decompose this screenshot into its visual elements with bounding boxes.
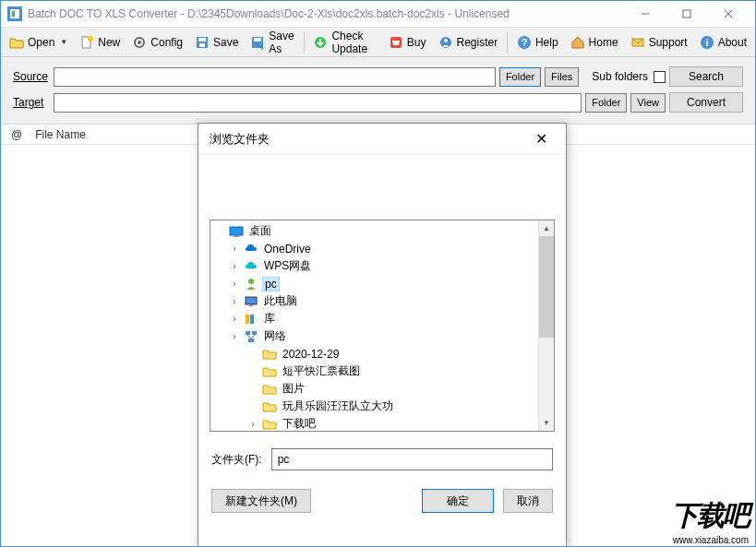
expand-icon[interactable]: ›: [229, 261, 240, 271]
update-icon: [313, 35, 328, 50]
svg-rect-25: [230, 227, 243, 235]
tree-row-wps[interactable]: › WPS网盘: [210, 257, 538, 275]
support-icon: [630, 35, 645, 50]
expand-icon[interactable]: ›: [229, 279, 240, 289]
source-folder-button[interactable]: Folder: [499, 67, 541, 87]
expand-icon[interactable]: ›: [229, 314, 240, 324]
saveas-icon: [250, 35, 265, 50]
support-button[interactable]: Support: [625, 30, 693, 54]
about-button[interactable]: i About: [694, 30, 752, 54]
folder-field-input[interactable]: [271, 448, 553, 470]
svg-rect-33: [252, 331, 257, 335]
svg-rect-31: [250, 315, 254, 324]
svg-rect-26: [234, 235, 239, 237]
target-folder-button[interactable]: Folder: [585, 93, 627, 113]
info-icon: i: [700, 35, 714, 50]
tree-row-folder[interactable]: 短平快汇票截图: [210, 363, 538, 380]
monitor-icon: [244, 294, 258, 309]
tree-row-desktop[interactable]: 桌面: [210, 222, 538, 240]
tree-row-folder[interactable]: 玩具乐园汪汪队立大功: [210, 398, 538, 415]
cancel-button[interactable]: 取消: [503, 489, 553, 513]
register-button[interactable]: Register: [433, 30, 504, 54]
tree-row-folder[interactable]: 图片: [210, 380, 538, 398]
buy-button[interactable]: Buy: [383, 30, 432, 54]
config-button[interactable]: Config: [126, 30, 188, 54]
dialog-close-button[interactable]: ✕: [527, 130, 555, 148]
expand-icon[interactable]: ›: [229, 331, 240, 341]
desktop-icon: [229, 224, 244, 239]
ok-button[interactable]: 确定: [422, 489, 494, 513]
register-icon: [438, 35, 453, 50]
checkupdate-button[interactable]: Check Update: [307, 30, 381, 54]
folder-open-icon: [9, 35, 24, 50]
svg-rect-13: [199, 43, 205, 47]
expand-icon[interactable]: ›: [229, 296, 240, 306]
tree-row-folder[interactable]: › 下载吧: [210, 415, 538, 431]
home-icon: [570, 35, 585, 50]
svg-rect-32: [246, 331, 250, 335]
save-icon: [195, 35, 210, 50]
tree-row-folder[interactable]: 2020-12-29: [210, 345, 538, 363]
home-button[interactable]: Home: [565, 30, 624, 54]
svg-rect-29: [249, 304, 253, 306]
column-filename: File Name: [35, 128, 86, 141]
source-files-button[interactable]: Files: [545, 67, 579, 87]
folder-icon: [262, 399, 277, 414]
scroll-down-icon[interactable]: ▼: [539, 415, 554, 431]
cart-icon: [389, 35, 403, 50]
svg-line-36: [251, 335, 255, 339]
cloud-icon: [244, 242, 258, 256]
user-icon: [244, 277, 258, 291]
network-icon: [244, 329, 258, 344]
source-input[interactable]: [54, 67, 496, 87]
libraries-icon: [244, 312, 258, 327]
tree-row-thispc[interactable]: › 此电脑: [210, 292, 538, 310]
scrollbar-thumb[interactable]: [539, 236, 554, 338]
new-icon: [79, 35, 94, 50]
maximize-button[interactable]: [666, 1, 707, 27]
svg-rect-4: [683, 10, 690, 18]
target-label: Target: [13, 96, 50, 109]
expand-icon[interactable]: ›: [247, 419, 258, 429]
folder-tree: 桌面 › OneDrive › WPS网盘 › pc › 此电脑: [210, 220, 555, 432]
search-button[interactable]: Search: [669, 66, 743, 87]
subfolders-label: Sub folders: [592, 70, 666, 83]
tree-row-onedrive[interactable]: › OneDrive: [210, 240, 538, 257]
tree-row-network[interactable]: › 网络: [210, 327, 538, 345]
folder-icon: [262, 417, 277, 432]
scroll-up-icon[interactable]: ▲: [539, 220, 554, 236]
svg-point-27: [248, 279, 254, 284]
tree-row-pc-user[interactable]: › pc: [210, 275, 538, 292]
svg-point-19: [444, 39, 448, 42]
folder-icon: [262, 347, 277, 362]
folder-icon: [262, 382, 277, 397]
target-view-button[interactable]: View: [630, 93, 666, 113]
window-title: Batch DOC TO XLS Converter - D:\2345Down…: [28, 7, 624, 20]
scrollbar[interactable]: ▲ ▼: [538, 220, 554, 431]
help-button[interactable]: ? Help: [511, 30, 564, 54]
target-input[interactable]: [54, 93, 582, 113]
open-button[interactable]: Open ▼: [4, 30, 73, 54]
watermark: 下载吧 www.xiazaiba.com: [664, 495, 756, 547]
convert-button[interactable]: Convert: [669, 92, 743, 113]
subfolders-checkbox[interactable]: [654, 71, 666, 83]
svg-line-35: [247, 335, 251, 339]
toolbar-separator: [304, 32, 305, 53]
gear-icon: [132, 35, 147, 50]
app-icon: [7, 6, 22, 21]
minimize-button[interactable]: [624, 1, 666, 27]
new-folder-button[interactable]: 新建文件夹(M): [211, 489, 311, 513]
browse-folder-dialog: 浏览文件夹 ✕ 桌面 › OneDrive › WPS网盘 ›: [198, 123, 567, 547]
close-button[interactable]: [707, 1, 749, 27]
saveas-button[interactable]: Save As: [245, 30, 299, 54]
folder-field-label: 文件夹(F):: [211, 452, 262, 468]
svg-rect-15: [254, 38, 261, 42]
expand-icon[interactable]: ›: [229, 244, 240, 254]
source-label: Source: [13, 70, 50, 83]
dialog-title: 浏览文件夹: [210, 131, 270, 148]
tree-row-libraries[interactable]: › 库: [210, 310, 538, 327]
new-button[interactable]: New: [74, 30, 126, 54]
svg-text:i: i: [705, 37, 708, 48]
save-button[interactable]: Save: [189, 30, 244, 54]
cloud-icon: [244, 259, 258, 274]
